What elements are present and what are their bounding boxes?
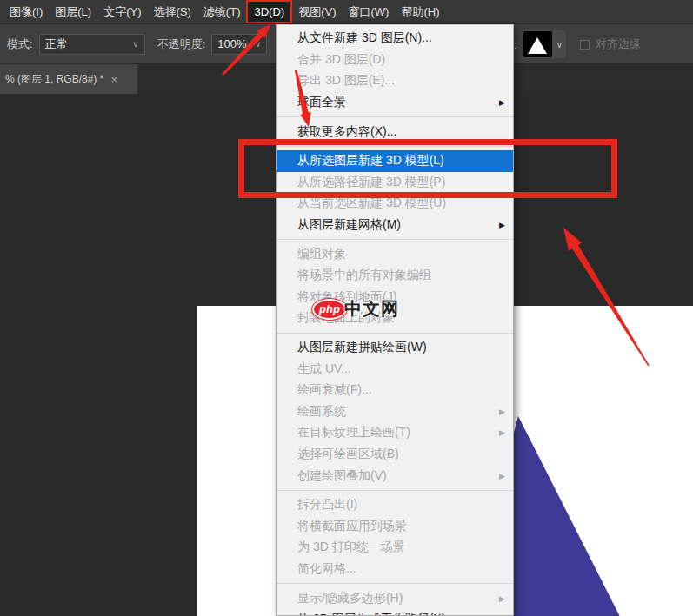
menu-item[interactable]: 从图层新建拼贴绘画(W) <box>277 337 513 359</box>
menu-item[interactable]: 获取更多内容(X)... <box>277 121 513 142</box>
menu-bar: 图像(I)图层(L)文字(Y)选择(S)滤镜(T)3D(D)视图(V)窗口(W)… <box>0 0 693 24</box>
submenu-arrow-icon: ▶ <box>499 594 505 603</box>
menu-item-label: 选择可绘画区域(B) <box>297 447 399 462</box>
shape-label-fragment: : <box>514 38 517 51</box>
menu-item[interactable]: 从文件新建 3D 图层(N)... <box>277 28 513 50</box>
menu-item[interactable]: 编组对象 <box>277 243 513 265</box>
menu-item[interactable]: 从图层新建网格(M)▶ <box>277 215 513 236</box>
menu-item-label: 从图层新建拼贴绘画(W) <box>297 340 427 355</box>
shape-thumbnail <box>523 31 552 57</box>
menu-item[interactable]: 从所选路径新建 3D 模型(P) <box>277 172 513 194</box>
menubar-item[interactable]: 文字(Y) <box>97 0 147 23</box>
menu-item[interactable]: 为 3D 打印统一场景 <box>277 537 513 559</box>
menu-item[interactable]: 将场景中的所有对象编组 <box>277 265 513 287</box>
menubar-item[interactable]: 滤镜(T) <box>197 0 247 23</box>
menu-item[interactable]: 简化网格... <box>277 559 513 580</box>
menu-item-label: 将场景中的所有对象编组 <box>297 268 431 283</box>
menu-item-label: 从文件新建 3D 图层(N)... <box>297 30 432 46</box>
menubar-item[interactable]: 窗口(W) <box>342 0 395 23</box>
chevron-down-icon: ∨ <box>553 40 566 50</box>
mode-label: 模式: <box>7 36 33 52</box>
menu-item-label: 创建绘图叠加(V) <box>297 468 387 484</box>
photoshop-window: 图像(I)图层(L)文字(Y)选择(S)滤镜(T)3D(D)视图(V)窗口(W)… <box>0 0 693 616</box>
menu-item-label: 导出 3D 图层(E)... <box>297 73 395 89</box>
menu-item[interactable]: 球面全景▶ <box>277 92 513 114</box>
menubar-item[interactable]: 选择(S) <box>148 0 197 23</box>
menu-item[interactable]: 导出 3D 图层(E)... <box>277 70 513 92</box>
submenu-arrow-icon: ▶ <box>499 221 505 229</box>
chevron-down-icon: ∨ <box>132 39 138 49</box>
menu-item-label: 绘画衰减(F)... <box>297 382 372 398</box>
menu-item[interactable]: 将横截面应用到场景 <box>277 515 513 537</box>
menu-item-label: 生成 UV... <box>297 361 351 377</box>
menu-item-label: 简化网格... <box>297 561 356 577</box>
menu-item-label: 从 3D 图层生成工作路径(K) <box>297 612 445 616</box>
opacity-value: 100% <box>217 37 246 50</box>
menubar-item[interactable]: 图像(I) <box>3 0 49 23</box>
menu-item-label: 从所选路径新建 3D 模型(P) <box>297 175 445 190</box>
align-edges-checkbox[interactable] <box>580 40 590 50</box>
menu-separator <box>277 116 513 117</box>
blend-mode-value: 正常 <box>45 36 68 52</box>
menu-item-label: 绘画系统 <box>297 404 346 420</box>
submenu-arrow-icon: ▶ <box>499 472 505 480</box>
menubar-item[interactable]: 图层(L) <box>49 0 97 23</box>
menu-item[interactable]: 生成 UV... <box>277 358 513 380</box>
document-tab[interactable]: % (图层 1, RGB/8#) * × <box>0 64 137 94</box>
menubar-item[interactable]: 3D(D) <box>246 0 292 23</box>
document-tab-title: % (图层 1, RGB/8#) * <box>5 72 103 87</box>
submenu-arrow-icon: ▶ <box>499 407 505 416</box>
menu-item-label: 从当前选区新建 3D 模型(U) <box>297 195 446 211</box>
menu-item[interactable]: 合并 3D 图层(D) <box>277 50 513 71</box>
menu-item[interactable]: 从所选图层新建 3D 模型(L) <box>277 150 513 172</box>
menu-item[interactable]: 从 3D 图层生成工作路径(K) <box>277 609 513 616</box>
options-bar-right: : ∨ 对齐边缘 <box>514 24 647 64</box>
menu-item-label: 编组对象 <box>297 247 346 262</box>
menu-item[interactable]: 绘画衰减(F)... <box>277 380 513 401</box>
menu-item-label: 球面全景 <box>297 95 346 110</box>
menu-item-label: 从所选图层新建 3D 模型(L) <box>297 153 444 169</box>
menu-item[interactable]: 创建绘图叠加(V)▶ <box>277 465 513 487</box>
menu-item[interactable]: 显示/隐藏多边形(H)▶ <box>277 587 513 609</box>
menu-item[interactable]: 选择可绘画区域(B) <box>277 444 513 466</box>
menu-item[interactable]: 拆分凸出(I) <box>277 494 513 516</box>
watermark-site-name: 中文网 <box>344 297 399 321</box>
menu-item-label: 为 3D 打印统一场景 <box>297 540 405 555</box>
submenu-arrow-icon: ▶ <box>499 98 505 107</box>
menu-item[interactable]: 从当前选区新建 3D 模型(U) <box>277 193 513 215</box>
menu-separator <box>277 333 513 334</box>
opacity-label: 不透明度: <box>157 36 206 52</box>
menu-item-label: 拆分凸出(I) <box>297 497 357 513</box>
menu-separator <box>277 239 513 240</box>
php-watermark: php 中文网 <box>312 297 399 321</box>
menu-item-label: 获取更多内容(X)... <box>297 124 396 140</box>
menu-separator <box>277 490 513 491</box>
chevron-down-icon: ∨ <box>255 39 261 49</box>
menu-item-label: 显示/隐藏多边形(H) <box>297 591 403 606</box>
align-edges-label: 对齐边缘 <box>596 36 641 52</box>
php-logo-icon: php <box>312 299 347 320</box>
menu-item-label: 在目标纹理上绘画(T) <box>297 425 410 440</box>
menu-item-label: 合并 3D 图层(D) <box>297 52 385 68</box>
submenu-arrow-icon: ▶ <box>499 428 505 437</box>
opacity-select[interactable]: 100% ∨ <box>211 34 267 55</box>
menubar-item[interactable]: 帮助(H) <box>395 0 445 23</box>
menu-separator <box>277 146 513 147</box>
blend-mode-select[interactable]: 正常 ∨ <box>39 34 145 55</box>
menu-item[interactable]: 绘画系统▶ <box>277 401 513 423</box>
menu-item-label: 从图层新建网格(M) <box>297 217 401 233</box>
close-icon[interactable]: × <box>110 73 117 86</box>
triangle-shape-icon <box>528 37 547 54</box>
menu-item[interactable]: 在目标纹理上绘画(T)▶ <box>277 422 513 444</box>
menubar-item[interactable]: 视图(V) <box>292 0 342 23</box>
shape-preview-dropdown[interactable]: ∨ <box>523 30 566 58</box>
menu-separator <box>277 583 513 584</box>
menu-item-label: 将横截面应用到场景 <box>297 519 407 534</box>
